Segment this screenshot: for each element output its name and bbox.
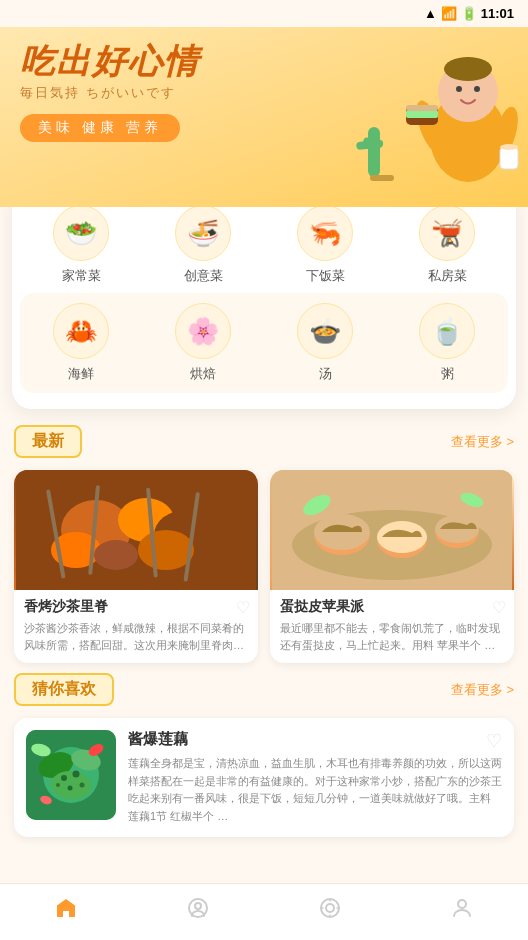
soup-label: 汤 <box>319 365 332 383</box>
lotus-image <box>26 730 116 820</box>
bottom-nav <box>0 883 528 940</box>
staple-icon: 🦐 <box>297 205 353 261</box>
newest-header: 最新 查看更多 > <box>14 425 514 458</box>
baking-icon: 🌸 <box>175 303 231 359</box>
newest-cards-grid: 香烤沙茶里脊 沙茶酱沙茶香浓，鲜咸微辣，根据不同菜肴的风味所需，搭配回甜。这次用… <box>14 470 514 663</box>
pie-heart-icon[interactable]: ♡ <box>492 598 506 617</box>
homestyle-label: 家常菜 <box>62 267 101 285</box>
svg-point-21 <box>94 540 138 570</box>
discover-icon <box>186 896 210 924</box>
svg-rect-7 <box>406 110 438 118</box>
svg-point-11 <box>500 144 518 150</box>
recommend-card[interactable]: 酱爆莲藕 莲藕全身都是宝，清热凉血，益血生肌，木耳也有排毒养颜的功效，所以这两样… <box>14 718 514 837</box>
svg-rect-8 <box>406 105 438 111</box>
svg-point-22 <box>138 530 194 570</box>
newest-section: 最新 查看更多 > <box>0 425 528 663</box>
lotus-title: 酱爆莲藕 <box>128 730 502 749</box>
category-staple[interactable]: 🦐 下饭菜 <box>285 205 365 285</box>
soup-icon: 🍲 <box>297 303 353 359</box>
recommend-more[interactable]: 查看更多 > <box>451 681 514 699</box>
nav-profile[interactable] <box>430 892 494 928</box>
creative-icon: 🍜 <box>175 205 231 261</box>
svg-point-4 <box>474 86 480 92</box>
svg-point-2 <box>444 57 492 81</box>
nav-discover[interactable] <box>166 892 230 928</box>
porridge-label: 粥 <box>441 365 454 383</box>
homestyle-icon: 🥗 <box>53 205 109 261</box>
hero-badge: 美味 健康 营养 <box>20 114 180 142</box>
category-creative[interactable]: 🍜 创意菜 <box>163 205 243 285</box>
card-pie-image <box>270 470 514 590</box>
porridge-icon: 🍵 <box>419 303 475 359</box>
card-bbq-image <box>14 470 258 590</box>
category-row-2: 🦀 海鲜 🌸 烘焙 🍲 汤 🍵 粥 <box>20 293 508 393</box>
category-soup[interactable]: 🍲 汤 <box>285 303 365 383</box>
svg-point-51 <box>195 903 201 909</box>
card-bbq-desc: 沙茶酱沙茶香浓，鲜咸微辣，根据不同菜肴的风味所需，搭配回甜。这次用来腌制里脊肉，… <box>24 620 248 653</box>
card-bbq[interactable]: 香烤沙茶里脊 沙茶酱沙茶香浓，鲜咸微辣，根据不同菜肴的风味所需，搭配回甜。这次用… <box>14 470 258 663</box>
staple-label: 下饭菜 <box>306 267 345 285</box>
hero-section: 吃出好心情 毎日気持 ちがいいです 美味 健康 营养 <box>0 27 528 207</box>
hero-illustration <box>348 27 528 207</box>
status-bar: ▲ 📶 🔋 11:01 <box>0 0 528 27</box>
recommend-section: 猜你喜欢 查看更多 > <box>0 673 528 837</box>
lotus-content: 酱爆莲藕 莲藕全身都是宝，清热凉血，益血生肌，木耳也有排毒养颜的功效，所以这两样… <box>128 730 502 825</box>
svg-point-53 <box>458 900 466 908</box>
profile-icon <box>450 896 474 924</box>
svg-point-45 <box>56 783 60 787</box>
svg-point-42 <box>61 775 67 781</box>
time-display: 11:01 <box>481 6 514 21</box>
nav-home[interactable] <box>34 892 98 928</box>
nav-explore[interactable] <box>298 892 362 928</box>
svg-point-43 <box>73 771 80 778</box>
seafood-icon: 🦀 <box>53 303 109 359</box>
category-baking[interactable]: 🌸 烘焙 <box>163 303 243 383</box>
svg-point-44 <box>68 786 73 791</box>
home-icon <box>54 896 78 924</box>
svg-point-46 <box>80 783 85 788</box>
card-bbq-title: 香烤沙茶里脊 <box>24 598 248 616</box>
signal-icon: ▲ <box>424 6 437 21</box>
private-icon: 🫕 <box>419 205 475 261</box>
svg-rect-15 <box>370 175 394 181</box>
private-label: 私房菜 <box>428 267 467 285</box>
explore-icon <box>318 896 342 924</box>
card-pie-title: 蛋挞皮苹果派 <box>280 598 504 616</box>
card-bbq-body: 香烤沙茶里脊 沙茶酱沙茶香浓，鲜咸微辣，根据不同菜肴的风味所需，搭配回甜。这次用… <box>14 590 258 663</box>
battery-icon: 🔋 <box>461 6 477 21</box>
lotus-desc: 莲藕全身都是宝，清热凉血，益血生肌，木耳也有排毒养颜的功效，所以这两样菜搭配在一… <box>128 755 502 825</box>
svg-rect-12 <box>368 127 380 177</box>
categories-card: 🥗 家常菜 🍜 创意菜 🦐 下饭菜 🫕 私房菜 🦀 海鲜 🌸 烘焙 🍲 汤 <box>12 189 516 409</box>
svg-point-3 <box>456 86 462 92</box>
category-row-1: 🥗 家常菜 🍜 创意菜 🦐 下饭菜 🫕 私房菜 <box>20 205 508 285</box>
lotus-heart-icon[interactable]: ♡ <box>486 730 502 752</box>
card-pie[interactable]: 蛋挞皮苹果派 最近哪里都不能去，零食闹饥荒了，临时发现还有蛋挞皮，马上忙起来。用… <box>270 470 514 663</box>
newest-title: 最新 <box>14 425 82 458</box>
status-icons: ▲ 📶 🔋 11:01 <box>424 6 514 21</box>
category-seafood[interactable]: 🦀 海鲜 <box>41 303 121 383</box>
category-private[interactable]: 🫕 私房菜 <box>407 205 487 285</box>
recommend-header: 猜你喜欢 查看更多 > <box>14 673 514 706</box>
svg-rect-10 <box>500 147 518 169</box>
wifi-icon: 📶 <box>441 6 457 21</box>
category-porridge[interactable]: 🍵 粥 <box>407 303 487 383</box>
newest-more[interactable]: 查看更多 > <box>451 433 514 451</box>
bbq-heart-icon[interactable]: ♡ <box>236 598 250 617</box>
card-pie-desc: 最近哪里都不能去，零食闹饥荒了，临时发现还有蛋挞皮，马上忙起来。用料 苹果半个 … <box>280 620 504 653</box>
baking-label: 烘焙 <box>190 365 216 383</box>
card-pie-body: 蛋挞皮苹果派 最近哪里都不能去，零食闹饥荒了，临时发现还有蛋挞皮，马上忙起来。用… <box>270 590 514 663</box>
creative-label: 创意菜 <box>184 267 223 285</box>
recommend-title: 猜你喜欢 <box>14 673 114 706</box>
category-homestyle[interactable]: 🥗 家常菜 <box>41 205 121 285</box>
seafood-label: 海鲜 <box>68 365 94 383</box>
